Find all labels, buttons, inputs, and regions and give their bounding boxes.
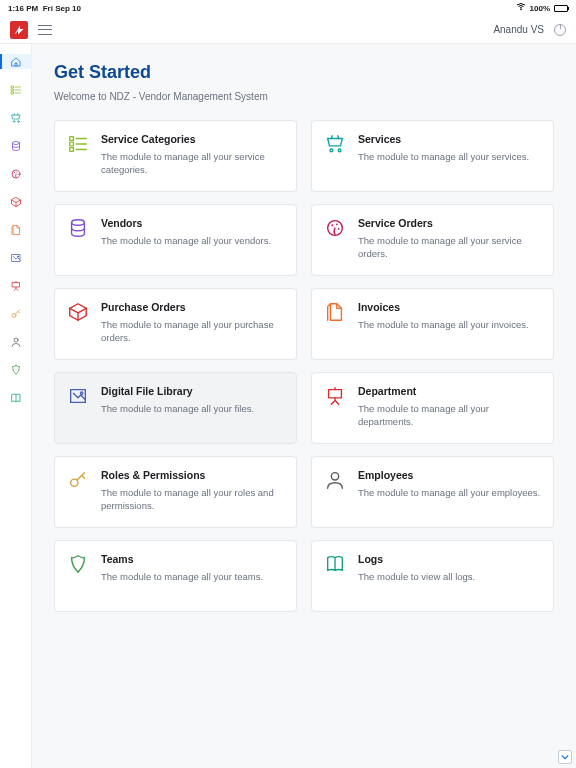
sidebar-item-department[interactable] [0,278,32,293]
svg-rect-1 [11,86,13,88]
page-title: Get Started [54,62,554,83]
card-desc: The module to manage all your service or… [358,234,541,261]
svg-rect-14 [12,254,20,261]
card-grid: Service CategoriesThe module to manage a… [54,120,554,612]
card-desc: The module to view all logs. [358,570,475,583]
card-desc: The module to manage all your employees. [358,486,540,499]
sidebar-item-vendors[interactable] [0,138,32,153]
sidebar-item-files[interactable] [0,250,32,265]
purchase-orders-icon [67,301,89,323]
card-title: Roles & Permissions [101,469,284,481]
card-title: Department [358,385,541,397]
card-title: Purchase Orders [101,301,284,313]
svg-rect-19 [70,137,74,141]
department-icon [324,385,346,407]
employees-icon [324,469,346,491]
sidebar-item-categories[interactable] [0,82,32,97]
sidebar-nav [0,44,32,768]
card-title: Employees [358,469,540,481]
svg-point-33 [80,392,82,394]
card-vendors[interactable]: VendorsThe module to manage all your ven… [54,204,297,276]
card-purchase-orders[interactable]: Purchase OrdersThe module to manage all … [54,288,297,360]
username-label[interactable]: Anandu VS [493,24,544,35]
card-desc: The module to manage all your service ca… [101,150,284,177]
svg-point-7 [13,120,15,122]
svg-point-12 [16,171,17,172]
roles-permissions-icon [67,469,89,491]
sidebar-item-purchase-orders[interactable] [0,194,32,209]
card-invoices[interactable]: InvoicesThe module to manage all your in… [311,288,554,360]
card-title: Service Orders [358,217,541,229]
svg-rect-20 [70,142,74,146]
app-logo[interactable] [10,21,28,39]
svg-point-11 [14,172,15,173]
svg-point-30 [336,223,338,225]
teams-icon [67,553,89,575]
card-title: Teams [101,553,263,565]
card-title: Logs [358,553,475,565]
svg-point-29 [331,224,333,226]
card-desc: The module to manage all your roles and … [101,486,284,513]
card-desc: The module to manage all your vendors. [101,234,271,247]
card-title: Digital File Library [101,385,254,397]
digital-file-library-icon [67,385,89,407]
card-teams[interactable]: TeamsThe module to manage all your teams… [54,540,297,612]
svg-point-8 [17,120,19,122]
svg-point-26 [338,149,341,152]
svg-point-27 [72,220,85,226]
card-roles-permissions[interactable]: Roles & PermissionsThe module to manage … [54,456,297,528]
invoices-icon [324,301,346,323]
card-service-categories[interactable]: Service CategoriesThe module to manage a… [54,120,297,192]
sidebar-item-logs[interactable] [0,390,32,405]
svg-rect-21 [70,148,74,152]
statusbar-time: 1:16 PM [8,4,38,13]
services-icon [324,133,346,155]
card-desc: The module to manage all your department… [358,402,541,429]
card-services[interactable]: ServicesThe module to manage all your se… [311,120,554,192]
chevron-down-icon[interactable] [558,750,572,764]
power-button[interactable] [554,24,566,36]
svg-point-0 [520,9,522,11]
statusbar-date: Fri Sep 10 [43,4,81,13]
card-logs[interactable]: LogsThe module to view all logs. [311,540,554,612]
card-title: Service Categories [101,133,284,145]
card-desc: The module to manage all your services. [358,150,529,163]
main-content: Get Started Welcome to NDZ - Vendor Mana… [32,44,576,768]
svg-point-13 [17,174,18,175]
svg-rect-2 [11,89,13,91]
card-employees[interactable]: EmployeesThe module to manage all your e… [311,456,554,528]
svg-point-15 [17,255,18,256]
card-department[interactable]: DepartmentThe module to manage all your … [311,372,554,444]
logs-icon [324,553,346,575]
card-desc: The module to manage all your files. [101,402,254,415]
svg-point-36 [331,473,338,480]
card-desc: The module to manage all your invoices. [358,318,529,331]
app-topbar: Anandu VS [0,16,576,44]
sidebar-item-invoices[interactable] [0,222,32,237]
sidebar-item-employees[interactable] [0,334,32,349]
svg-rect-16 [12,282,19,287]
svg-rect-3 [11,92,13,94]
card-digital-file-library[interactable]: Digital File LibraryThe module to manage… [54,372,297,444]
svg-rect-34 [329,390,342,398]
vendors-icon [67,217,89,239]
sidebar-item-home[interactable] [0,54,32,69]
sidebar-item-services[interactable] [0,110,32,125]
wifi-icon [516,3,526,13]
svg-rect-32 [71,390,86,403]
sidebar-item-roles[interactable] [0,306,32,321]
statusbar-battery-pct: 100% [530,4,550,13]
sidebar-item-teams[interactable] [0,362,32,377]
service-orders-icon [324,217,346,239]
service-categories-icon [67,133,89,155]
device-statusbar: 1:16 PM Fri Sep 10 100% [0,0,576,16]
svg-point-18 [14,338,18,342]
sidebar-item-service-orders[interactable] [0,166,32,181]
menu-toggle-button[interactable] [38,25,52,35]
svg-point-9 [12,141,19,144]
page-subtitle: Welcome to NDZ - Vendor Management Syste… [54,91,554,102]
card-service-orders[interactable]: Service OrdersThe module to manage all y… [311,204,554,276]
card-title: Services [358,133,529,145]
card-title: Invoices [358,301,529,313]
card-title: Vendors [101,217,271,229]
